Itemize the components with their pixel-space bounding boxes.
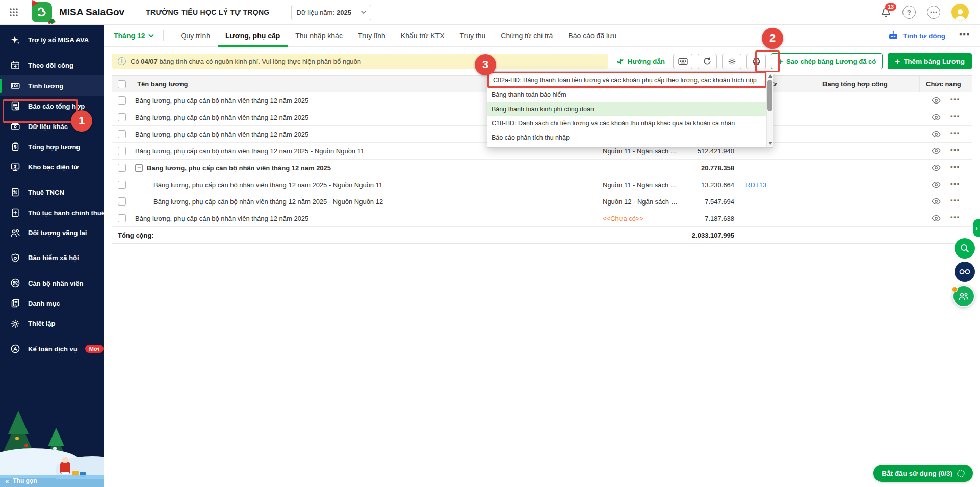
sidebar-item[interactable]: Trợ lý số MISA AVA: [0, 30, 104, 50]
app-name: MISA SalaGov: [59, 7, 124, 18]
row-more-icon[interactable]: [950, 114, 960, 121]
topbar-actions: 13 ?: [881, 4, 969, 21]
data-year-select[interactable]: Dữ liệu năm: 2025: [291, 5, 371, 20]
print-menu-item[interactable]: Bảng thanh toán bảo hiểm: [487, 88, 766, 102]
organization-name: TRƯỜNG TIỂU HỌC LÝ TỰ TRỌNG: [146, 8, 269, 16]
sidebar-item-label: Báo cáo tổng hợp: [28, 102, 85, 110]
copy-payroll-button[interactable]: Sao chép bảng Lương đã có: [771, 53, 883, 69]
total-amount: 13.230.664: [678, 181, 739, 189]
row-checkbox[interactable]: [118, 130, 126, 138]
scroll-up-icon[interactable]: [768, 74, 772, 78]
view-icon[interactable]: [932, 164, 941, 171]
warning-banner: i Có 04/07 bảng tính chưa có nguồn kinh …: [112, 54, 608, 69]
tab[interactable]: Khấu trừ KTX: [393, 25, 452, 47]
guide-link[interactable]: Hướng dẫn: [616, 58, 665, 65]
tab[interactable]: Quy trình: [173, 25, 218, 47]
refresh-button[interactable]: [698, 54, 717, 69]
settings-button[interactable]: [722, 54, 741, 69]
sidebar-item[interactable]: Tổng hợp lương: [0, 137, 104, 157]
auto-calc-button[interactable]: Tính tự động: [888, 30, 945, 41]
table-row: Bảng lương, phụ cấp cán bộ nhân viên thá…: [112, 176, 972, 193]
sidebar-item[interactable]: Thiết lập: [0, 314, 104, 334]
tab[interactable]: Lương, phụ cấp: [218, 25, 288, 47]
select-all-checkbox[interactable]: [118, 80, 126, 88]
row-more-icon[interactable]: [950, 147, 960, 155]
view-icon[interactable]: [932, 181, 941, 188]
printer-icon: [752, 57, 761, 66]
santa-decoration: [60, 462, 70, 474]
row-checkbox[interactable]: [118, 181, 126, 189]
row-more-icon[interactable]: [950, 198, 960, 206]
print-menu-item[interactable]: Bảng thanh toán kinh phí công đoàn: [487, 102, 766, 116]
tab[interactable]: Chứng từ chi trả: [493, 25, 560, 47]
help-icon[interactable]: ?: [902, 6, 916, 19]
row-more-icon[interactable]: [950, 181, 960, 189]
dropdown-scrollbar[interactable]: [766, 72, 773, 147]
app-grid-icon[interactable]: [9, 8, 18, 17]
scrollbar-thumb[interactable]: [767, 80, 772, 111]
print-menu-item[interactable]: Báo cáo phân tích thu nhập: [487, 131, 766, 145]
sidebar-item[interactable]: Thuế TNCN: [0, 182, 104, 202]
chevron-down-icon[interactable]: [356, 5, 371, 20]
collapse-label: Thu gọn: [13, 477, 37, 484]
sidebar-item[interactable]: Thủ tục hành chính thuế: [0, 202, 104, 223]
sidebar-item[interactable]: Bảo hiểm xã hội: [0, 248, 104, 268]
sidebar-item-label: Danh mục: [28, 300, 60, 307]
print-menu-item[interactable]: C18-HD: Danh sách chi tiền lương và các …: [487, 116, 766, 131]
table-row: Bảng lương, phụ cấp cán bộ nhân viên thá…: [112, 210, 972, 227]
header-actions: Chức năng: [919, 76, 972, 92]
tab[interactable]: Thu nhập khác: [288, 25, 350, 47]
tab[interactable]: Truy lĩnh: [350, 25, 393, 47]
row-checkbox[interactable]: [118, 164, 126, 172]
support-view-fab[interactable]: [955, 262, 975, 282]
row-more-icon[interactable]: [950, 97, 960, 105]
sidebar-item-label: Tính lương: [28, 82, 63, 90]
row-checkbox[interactable]: [118, 113, 126, 121]
row-checkbox[interactable]: [118, 197, 126, 206]
community-fab[interactable]: [952, 285, 975, 307]
more-options-icon[interactable]: [927, 6, 940, 19]
row-more-icon[interactable]: [950, 215, 960, 222]
collapse-minus-icon[interactable]: [135, 164, 143, 172]
notification-bell-icon[interactable]: 13: [881, 7, 891, 18]
tab-more-menu-icon[interactable]: [959, 32, 970, 40]
row-more-icon[interactable]: [950, 164, 960, 172]
voucher-link[interactable]: RDT13: [745, 181, 766, 189]
divider: [163, 30, 164, 41]
sidebar-item[interactable]: Theo dõi công: [0, 55, 104, 75]
info-icon: i: [118, 57, 126, 65]
user-avatar[interactable]: [951, 4, 969, 21]
view-icon[interactable]: [932, 131, 941, 138]
add-payroll-button[interactable]: Thêm bảng Lương: [888, 53, 972, 69]
print-button[interactable]: [746, 54, 766, 69]
sidebar-item[interactable]: Đối tượng vãng lai: [0, 223, 104, 243]
scroll-down-icon[interactable]: [768, 142, 772, 145]
sidebar-collapse-button[interactable]: Thu gọn: [0, 475, 104, 487]
row-checkbox[interactable]: [118, 214, 126, 222]
month-selector[interactable]: Tháng 12: [114, 32, 154, 40]
sidebar-item[interactable]: Cán bộ nhân viên: [0, 273, 104, 293]
sidebar-item[interactable]: Danh mục: [0, 293, 104, 314]
row-checkbox[interactable]: [118, 96, 126, 105]
sidebar-item[interactable]: Tính lương: [0, 75, 104, 96]
glasses-icon: [959, 269, 970, 275]
support-search-fab[interactable]: [955, 238, 975, 259]
sidebar-item[interactable]: Kế toán dịch vụ Mới: [0, 339, 104, 359]
tab[interactable]: Truy thu: [452, 25, 493, 47]
chevron-down-icon: [148, 34, 154, 38]
print-menu-item[interactable]: Báo cáo tổng hợp: [487, 145, 766, 148]
view-icon[interactable]: [932, 114, 941, 121]
view-icon[interactable]: [932, 198, 941, 205]
view-icon[interactable]: [932, 97, 941, 104]
keyboard-shortcut-button[interactable]: [673, 54, 692, 69]
sidebar-item[interactable]: Kho bạc điện tử: [0, 157, 104, 177]
view-icon[interactable]: [932, 147, 941, 155]
view-icon[interactable]: [932, 215, 941, 222]
print-menu-item[interactable]: C02a-HD: Bảng thanh toán tiền lương và c…: [487, 72, 766, 88]
expand-panel-tab[interactable]: ›: [973, 219, 980, 237]
row-checkbox[interactable]: [118, 147, 126, 155]
magnifier-icon: [960, 243, 970, 253]
start-using-button[interactable]: Bắt đầu sử dụng (0/3): [873, 465, 973, 482]
tab[interactable]: Báo cáo đã lưu: [560, 25, 624, 47]
row-more-icon[interactable]: [950, 131, 960, 138]
